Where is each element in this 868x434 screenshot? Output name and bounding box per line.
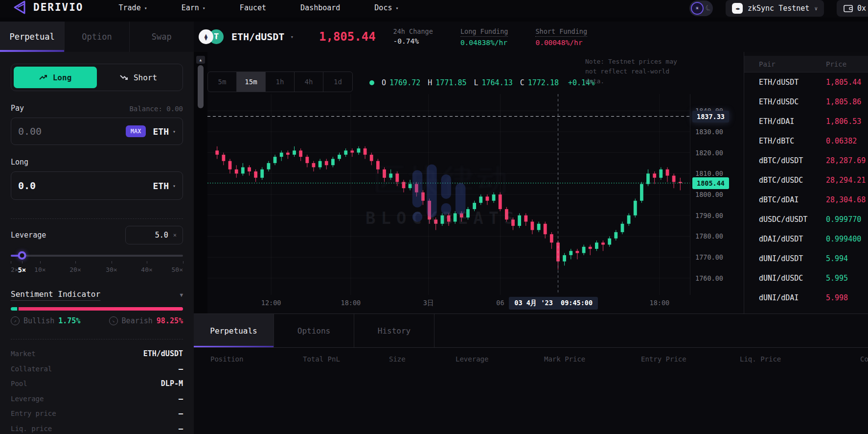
nav-item-dashboard[interactable]: Dashboard ▾ xyxy=(300,3,340,12)
leverage-tick-50x[interactable]: 50× xyxy=(172,266,183,273)
slider-tick-labels: 2×5×10×20×30×40×50× xyxy=(11,266,183,275)
direction-toggle: Long Short xyxy=(11,64,183,91)
leverage-tick-20x[interactable]: 20× xyxy=(69,266,81,273)
leverage-slider[interactable] xyxy=(11,251,183,260)
long-amount-input[interactable] xyxy=(18,180,153,192)
tab-perpetuals[interactable]: Perpetuals xyxy=(194,314,274,347)
stat-short-funding: Short Funding 0.00048%/hr xyxy=(535,27,587,47)
network-selector[interactable]: ◂▸ zkSync Testnet ∨ xyxy=(726,0,824,17)
chevron-down-icon: ▾ xyxy=(203,5,206,11)
trend-up-icon xyxy=(39,74,48,80)
close-key: C xyxy=(520,78,525,87)
timeframe-group: 5m15m1h4h1d xyxy=(207,72,353,92)
slider-handle[interactable] xyxy=(18,251,26,260)
pair-row-eth-ddai[interactable]: ETH/dDAI 1,806.53 xyxy=(744,112,868,131)
tab-swap[interactable]: Swap xyxy=(130,22,194,52)
market-header: ⧫ ₮ ETH/dUSDT ▾ 1,805.44 24h Change -0.7… xyxy=(194,22,868,52)
pay-asset-select[interactable]: ETH ▾ xyxy=(153,126,176,137)
leverage-value: 5.0 xyxy=(155,231,168,240)
price-tick-1810: 1810.00 xyxy=(695,169,723,177)
leverage-value-box[interactable]: 5.0 × xyxy=(125,226,183,244)
pair-row-eth-dusdc[interactable]: ETH/dUSDC 1,805.86 xyxy=(744,92,868,112)
pair-row-dbtc-dusdt[interactable]: dBTC/dUSDT 28,287.69 xyxy=(744,151,868,170)
nav-item-docs[interactable]: Docs ▾ xyxy=(374,3,398,12)
ohlc-readout: O 1769.72 H 1771.85 L 1764.13 C 1772.18 … xyxy=(369,78,594,87)
detail-pool: Pool DLP-M xyxy=(11,376,183,391)
nav-item-faucet[interactable]: Faucet ▾ xyxy=(240,3,266,12)
scrollbar-gutter: ▲ xyxy=(194,52,207,313)
pair-row-dbtc-ddai[interactable]: dBTC/dDAI 28,304.68 xyxy=(744,190,868,210)
timeframe-15m[interactable]: 15m xyxy=(237,72,266,92)
nav-item-trade[interactable]: Trade ▾ xyxy=(119,3,147,12)
divider xyxy=(11,339,183,339)
time-axis[interactable]: 12:0018:003日0618:0003 4月 '23 09:45:00 xyxy=(207,295,690,312)
leverage-tick-2x[interactable]: 2× xyxy=(11,266,19,273)
slider-tick xyxy=(183,261,183,264)
chart-toolbar: 5m15m1h4h1d O 1769.72 H 1771.85 L 1764.1… xyxy=(207,52,744,94)
pair-row-ddai-dusdt[interactable]: dDAI/dUSDT 0.999400 xyxy=(744,229,868,249)
pay-input-box: MAX ETH ▾ xyxy=(11,118,183,145)
detail-liq-price: Liq. price – xyxy=(11,421,183,434)
long-size-label: Long xyxy=(11,158,28,167)
stat-24h-change: 24h Change -0.74% xyxy=(393,27,433,47)
leverage-tick-40x[interactable]: 40× xyxy=(141,266,152,273)
pair-row-eth-dbtc[interactable]: ETH/dBTC 0.06382 xyxy=(744,131,868,151)
tab-option[interactable]: Option xyxy=(65,22,129,52)
tab-history[interactable]: History xyxy=(354,314,434,347)
pay-amount-input[interactable] xyxy=(18,125,126,137)
wallet-button[interactable]: 0x xyxy=(837,0,868,17)
slider-tickmarks xyxy=(11,261,183,265)
close-value: 1772.18 xyxy=(528,78,559,87)
leverage-tick-30x[interactable]: 30× xyxy=(106,266,117,273)
chevron-down-icon[interactable]: ▼ xyxy=(180,292,183,298)
bearish-label: Bearish xyxy=(122,316,153,325)
pair-row-duni-ddai[interactable]: dUNI/dDAI 5.998 xyxy=(744,288,868,308)
leverage-label: Leverage xyxy=(11,231,46,240)
col-header-leverage: Leverage xyxy=(456,355,544,363)
scrollbar-thumb[interactable] xyxy=(198,65,204,108)
pair-row-duni-dusdc[interactable]: dUNI/dUSDC 5.995 xyxy=(744,268,868,288)
leverage-clear-icon[interactable]: × xyxy=(173,232,177,239)
leverage-tick-5x[interactable]: 5× xyxy=(18,266,26,274)
time-tick: 06 xyxy=(496,299,504,307)
theme-toggle[interactable]: ☀ ☾ xyxy=(689,0,713,16)
light-theme-icon[interactable]: ☀ xyxy=(691,2,704,15)
eth-icon: ⧫ xyxy=(199,29,213,44)
timeframe-5m[interactable]: 5m xyxy=(208,72,237,92)
pairs-list: ETH/dUSDT 1,805.44 ETH/dUSDC 1,805.86 ET… xyxy=(744,72,868,308)
pair-selector[interactable]: ⧫ ₮ ETH/dUSDT ▾ xyxy=(199,29,294,44)
sentiment-bearish-segment xyxy=(19,307,183,311)
tab-perpetual[interactable]: Perpetual xyxy=(0,22,65,52)
long-asset-select[interactable]: ETH ▾ xyxy=(153,181,176,191)
timeframe-4h[interactable]: 4h xyxy=(295,72,323,92)
price-tick-1820: 1820.00 xyxy=(695,149,723,157)
brand[interactable]: DERIVIO xyxy=(13,0,84,15)
chevron-down-icon: ▾ xyxy=(173,183,176,189)
scroll-up-button[interactable]: ▲ xyxy=(196,56,205,64)
sentiment-bullish-segment xyxy=(11,307,17,311)
pair-name: ETH/dUSDT xyxy=(231,31,284,43)
tab-options[interactable]: Options xyxy=(274,314,354,347)
pair-row-eth-dusdt[interactable]: ETH/dUSDT 1,805.44 xyxy=(744,72,868,92)
leverage-tick-10x[interactable]: 10× xyxy=(34,266,46,273)
max-button[interactable]: MAX xyxy=(126,125,146,137)
nav-item-earn[interactable]: Earn ▾ xyxy=(182,3,206,12)
chart-area: 5m15m1h4h1d O 1769.72 H 1771.85 L 1764.1… xyxy=(207,52,744,313)
long-asset-label: ETH xyxy=(153,181,169,191)
slider-track[interactable] xyxy=(11,255,183,257)
pair-row-duni-dusdt[interactable]: dUNI/dUSDT 5.994 xyxy=(744,249,868,268)
short-button[interactable]: Short xyxy=(97,67,180,88)
pair-row-dusdc-dusdt[interactable]: dUSDC/dUSDT 0.999770 xyxy=(744,210,868,229)
time-tick: 18:00 xyxy=(650,299,670,307)
candlestick-plot[interactable]: 区块律动 BLOCKBEATS xyxy=(207,94,690,295)
detail-collateral: Collateral – xyxy=(11,362,183,377)
testnet-note: Note: Testnet prices may not reflect rea… xyxy=(585,57,683,86)
pair-row-dbtc-dusdc[interactable]: dBTC/dUSDC 28,294.21 xyxy=(744,170,868,190)
timeframe-1d[interactable]: 1d xyxy=(323,72,352,92)
market-stats: 24h Change -0.74% Long Funding 0.04838%/… xyxy=(393,27,588,47)
dark-theme-icon[interactable]: ☾ xyxy=(704,3,712,13)
long-button[interactable]: Long xyxy=(14,67,97,88)
price-axis[interactable]: 1840.001830.001820.001810.001800.001790.… xyxy=(690,94,744,295)
timeframe-1h[interactable]: 1h xyxy=(266,72,295,92)
order-details: Market ETH/dUSDT Collateral – Pool DLP-M… xyxy=(11,346,183,434)
